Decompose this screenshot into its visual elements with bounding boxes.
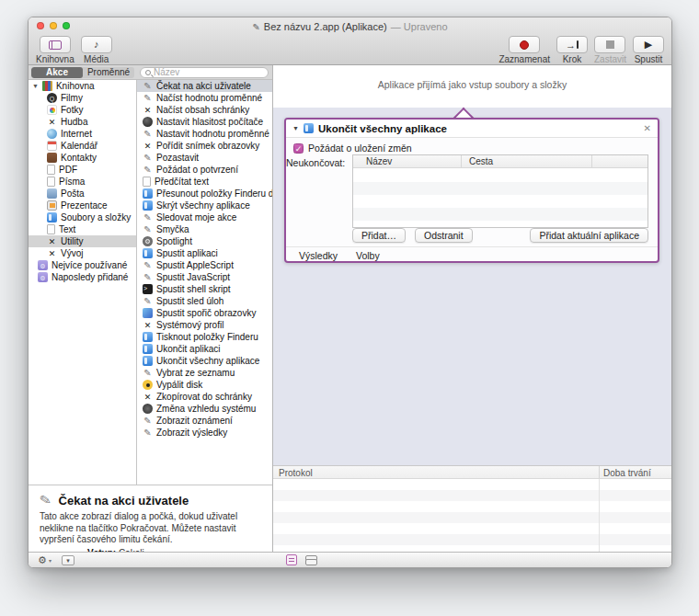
sidebar-item[interactable]: Text — [29, 223, 136, 235]
add-current-apps-button[interactable]: Přidat aktuální aplikace — [530, 228, 648, 243]
burn-icon — [143, 380, 153, 390]
action-list-item[interactable]: Zobrazit výsledky — [137, 427, 272, 439]
tab-actions[interactable]: Akce — [31, 67, 83, 78]
toolbar-media-button[interactable]: ♪ Média — [81, 36, 112, 64]
xtool-icon — [47, 248, 57, 258]
search-input[interactable]: Název — [140, 67, 269, 78]
sidebar-smart-item[interactable]: Naposledy přidané — [29, 271, 136, 283]
sidebar-item-library-root[interactable]: ▼ Knihovna — [29, 80, 136, 92]
finder-icon — [143, 188, 153, 199]
action-list-item[interactable]: Požádat o potvrzení — [137, 164, 272, 176]
block-disclosure-icon[interactable]: ▼ — [292, 125, 299, 131]
options-button[interactable]: Volby — [356, 250, 380, 261]
sidebar-item[interactable]: Hudba — [29, 116, 136, 128]
action-list-item[interactable]: Spotlight — [137, 235, 272, 247]
mail-icon — [47, 188, 57, 199]
action-list-item[interactable]: Spustit sled úloh — [137, 295, 272, 307]
sidebar-smart-item[interactable]: Nejvíce používané — [29, 259, 136, 271]
workflow-pane: Aplikace přijímá jako vstup soubory a sl… — [273, 65, 671, 552]
action-list-item[interactable]: Ukončit aplikaci — [137, 343, 272, 355]
checkbox-label: Požádat o uložení změn — [308, 143, 412, 154]
action-list-item[interactable]: Sledovat moje akce — [137, 211, 272, 223]
action-list-item[interactable]: Načíst obsah schránky — [137, 104, 272, 116]
window-chrome: ✎ Bez názvu 2.app (Aplikace) — Upraveno … — [29, 17, 671, 65]
action-list-item[interactable]: Spustit aplikaci — [137, 247, 272, 259]
workflow-action-block[interactable]: ▼ Ukončit všechny aplikace ✕ ✓ Požádat o… — [284, 118, 659, 263]
column-header-path[interactable]: Cesta — [462, 155, 592, 167]
action-list-item[interactable]: Spustit AppleScript — [137, 259, 272, 271]
action-block-header[interactable]: ▼ Ukončit všechny aplikace ✕ — [286, 120, 658, 138]
action-list-item[interactable]: Spustit JavaScript — [137, 271, 272, 283]
smartfolder-icon — [38, 272, 48, 282]
workflow-canvas[interactable]: ▼ Ukončit všechny aplikace ✕ ✓ Požádat o… — [273, 108, 671, 465]
sidebar-item[interactable]: Písma — [29, 176, 136, 188]
titlebar[interactable]: ✎ Bez názvu 2.app (Aplikace) — Upraveno — [29, 17, 671, 34]
row-label: Pošta — [61, 188, 85, 199]
action-list-item[interactable]: Přesunout položky Finderu do koše — [137, 188, 272, 200]
sidebar-item[interactable]: Kontakty — [29, 152, 136, 164]
row-label: Nastavit hodnotu proměnné — [156, 129, 269, 139]
ask-to-save-checkbox[interactable]: ✓ Požádat o uložení změn — [293, 143, 412, 154]
action-list-item[interactable]: Zkopírovat do schránky — [137, 391, 272, 403]
log-table — [273, 479, 671, 552]
toggle-description-panel-button[interactable] — [62, 555, 74, 565]
toolbar-record-button[interactable]: Zaznamenat — [498, 36, 550, 64]
window-title: ✎ Bez názvu 2.app (Aplikace) — Upraveno — [29, 21, 671, 32]
action-list-item[interactable]: Předčítat text — [137, 176, 272, 188]
action-list-item[interactable]: Načíst hodnotu proměnné — [137, 92, 272, 104]
sidebar-item[interactable]: Utility — [29, 235, 136, 247]
table-body-empty[interactable] — [353, 169, 647, 227]
action-list-item[interactable]: Pozastavit — [137, 152, 272, 164]
action-list-item[interactable]: Ukončit všechny aplikace — [137, 355, 272, 367]
log-header-bar: Protokol Doba trvání — [273, 465, 671, 479]
row-label: Spustit shell skript — [156, 284, 231, 294]
log-protocol-header[interactable]: Protokol — [279, 468, 313, 478]
sidebar-item[interactable]: Internet — [29, 128, 136, 140]
sidebar-item[interactable]: Filmy — [29, 92, 136, 104]
row-label: Spustit sled úloh — [156, 296, 223, 306]
sidebar-item[interactable]: Prezentace — [29, 200, 136, 211]
sidebar-item[interactable]: Vývoj — [29, 247, 136, 259]
automator-icon — [143, 93, 153, 103]
sidebar-item[interactable]: Kalendář — [29, 140, 136, 152]
action-list-item[interactable]: Vypálit disk — [137, 379, 272, 391]
action-list-item[interactable]: Čekat na akci uživatele — [137, 80, 272, 92]
action-list-item[interactable]: Vybrat ze seznamu — [137, 367, 272, 379]
sidebar-item[interactable]: Soubory a složky — [29, 211, 136, 223]
toolbar-run-button[interactable]: ▶ Spustit — [633, 36, 664, 64]
toolbar-library-button[interactable]: Knihovna — [36, 36, 74, 64]
checkbox-checked-icon[interactable]: ✓ — [293, 143, 304, 154]
action-list-item[interactable]: Nastavit hlasitost počítače — [137, 116, 272, 128]
close-action-icon[interactable]: ✕ — [644, 123, 651, 133]
action-list-item[interactable]: Změna vzhledu systému — [137, 403, 272, 415]
action-options-menu-button[interactable]: ⚙ ▾ — [38, 553, 52, 566]
tab-variables[interactable]: Proměnné — [83, 67, 134, 78]
column-header-name[interactable]: Název — [353, 155, 462, 167]
action-list-item[interactable]: Zobrazit oznámení — [137, 415, 272, 427]
action-list-item[interactable]: Smyčka — [137, 223, 272, 235]
action-list-item[interactable]: Spustit spořič obrazovky — [137, 307, 272, 319]
sidebar-item[interactable]: PDF — [29, 164, 136, 176]
column-header-empty — [592, 155, 647, 167]
action-list-item[interactable]: Nastavit hodnotu proměnné — [137, 128, 272, 140]
log-duration-header[interactable]: Doba trvání — [603, 468, 651, 478]
toolbar-step-button[interactable]: → Krok — [556, 36, 588, 64]
row-label: Písma — [59, 177, 85, 187]
disclosure-triangle-icon[interactable]: ▼ — [32, 83, 39, 89]
remove-button[interactable]: Odstranit — [415, 228, 473, 243]
calendar-icon — [47, 141, 57, 151]
add-button[interactable]: Přidat… — [352, 228, 406, 243]
toolbar: Knihovna ♪ Média Zaznamenat → Krok — [29, 34, 671, 65]
row-label: Filmy — [61, 93, 83, 103]
action-list-item[interactable]: Spustit shell skript — [137, 283, 272, 295]
action-list-item[interactable]: Skrýt všechny aplikace — [137, 200, 272, 211]
results-button[interactable]: Výsledky — [299, 250, 338, 261]
action-list-item[interactable]: Pořídit snímek obrazovky — [137, 140, 272, 152]
log-list-view-button[interactable] — [286, 554, 297, 565]
action-list-item[interactable]: Tisknout položky Finderu — [137, 331, 272, 343]
sidebar-item[interactable]: Pošta — [29, 188, 136, 200]
action-list-item[interactable]: Systémový profil — [137, 319, 272, 331]
sidebar-item[interactable]: Fotky — [29, 104, 136, 116]
excluded-apps-table[interactable]: Název Cesta — [352, 154, 648, 228]
log-steps-view-button[interactable] — [304, 554, 315, 565]
